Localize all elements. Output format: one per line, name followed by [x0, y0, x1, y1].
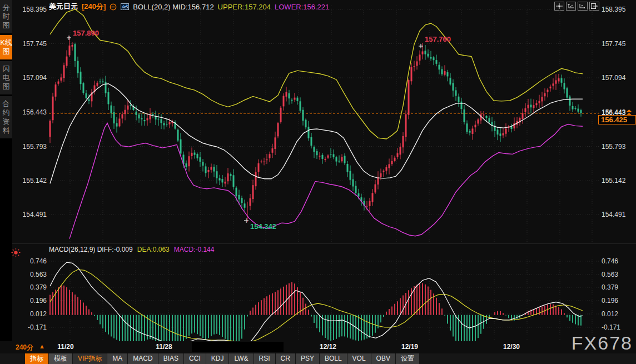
candle-body	[83, 83, 85, 93]
toolbar-item-MA[interactable]: MA	[107, 353, 127, 364]
candle-body	[283, 96, 285, 106]
panel-divider	[12, 243, 636, 244]
current-price-box: 156.425	[598, 115, 636, 124]
candle-body	[138, 114, 140, 118]
toolbar-item-MACD[interactable]: MACD	[128, 353, 157, 364]
candle-body	[369, 201, 371, 206]
candle-body	[130, 105, 132, 106]
trading-terminal: 分时图K线图闪电图合约资料 美元日元 [240分] BOLL(20,2) MID…	[0, 0, 636, 364]
candle-body	[386, 167, 387, 171]
candle-body	[105, 82, 107, 93]
candle-body	[539, 101, 540, 103]
candle-body	[316, 151, 318, 155]
toolbar-item-指标[interactable]: 指标	[25, 353, 48, 364]
toolbar-item-OBV[interactable]: OBV	[371, 353, 395, 364]
candle-body	[405, 114, 407, 137]
candle-body	[408, 80, 410, 115]
candle-body	[77, 61, 79, 73]
candle-body	[211, 167, 212, 169]
boll-lower-line	[69, 123, 583, 239]
price-label-right: 157.745	[602, 40, 630, 48]
candle-body	[222, 179, 223, 182]
candle-body	[377, 177, 379, 185]
candle-body	[380, 173, 382, 177]
toolbar-item-RSI[interactable]: RSI	[254, 353, 275, 364]
candle-body	[302, 110, 304, 121]
candle-body	[122, 114, 123, 119]
toolbar-item-KDJ[interactable]: KDJ	[206, 353, 229, 364]
candle-body	[497, 129, 499, 134]
candle-body	[569, 97, 571, 106]
candle-body	[86, 93, 87, 98]
candle-body	[300, 101, 301, 111]
up-triangle-icon[interactable]: ▲	[39, 343, 45, 350]
candle-body	[400, 147, 401, 154]
candle-body	[453, 83, 454, 91]
candle-body	[186, 163, 187, 167]
alarm-dot-icon[interactable]	[11, 248, 21, 260]
candle-body	[88, 99, 90, 101]
candle-body	[344, 156, 346, 163]
candle-body	[550, 87, 551, 88]
toolbar-item-LW&[interactable]: LW&	[229, 353, 253, 364]
candle-body	[244, 203, 246, 208]
candle-body	[280, 108, 282, 122]
candle-body	[347, 164, 349, 172]
candle-body	[261, 162, 262, 162]
macd-label-left: 0.379	[21, 283, 47, 291]
toolbar-item-CR[interactable]: CR	[276, 353, 295, 364]
candle-body	[358, 193, 360, 197]
toolbar-item-VOL[interactable]: VOL	[347, 353, 371, 364]
toolbar-item-PSY[interactable]: PSY	[296, 353, 319, 364]
toolbar-item-BOLL[interactable]: BOLL	[320, 353, 347, 364]
candle-body	[528, 105, 529, 108]
candle-body	[289, 93, 290, 98]
redaction-box	[192, 342, 284, 352]
price-label-left: 157.094	[21, 74, 47, 82]
candle-body	[536, 103, 538, 105]
candle-body	[163, 123, 165, 125]
candle-body	[414, 66, 415, 67]
macd-label-left: 0.746	[21, 257, 47, 265]
macd-label-right: -0.171	[602, 323, 630, 331]
toolbar-item-BIAS[interactable]: BIAS	[158, 353, 183, 364]
period-selector[interactable]: 240分	[16, 343, 33, 352]
price-label-left: 154.491	[21, 211, 47, 218]
toolbar-item-VIP指标[interactable]: VIP指标	[73, 353, 107, 364]
candle-body	[119, 118, 121, 126]
price-label-left: 158.395	[21, 6, 47, 13]
candle-body	[444, 71, 446, 75]
macd-grid	[49, 257, 599, 340]
candle-body	[61, 77, 62, 81]
toolbar-item-模板[interactable]: 模板	[49, 353, 72, 364]
candle-body	[483, 114, 485, 115]
candle-body	[269, 154, 271, 158]
toolbar-item-CCI[interactable]: CCI	[184, 353, 206, 364]
candle-body	[141, 118, 143, 119]
candle-body	[525, 108, 526, 112]
candle-body	[252, 185, 254, 199]
candle-body	[197, 154, 198, 158]
price-annotation-1: 157.760	[425, 35, 451, 43]
macd-label-right: 0.746	[602, 257, 630, 265]
candle-body	[352, 179, 354, 187]
candle-body	[341, 157, 343, 161]
candle-body	[297, 98, 299, 101]
candle-body	[327, 156, 329, 158]
macd-dea-label: DEA:0.063	[137, 246, 170, 253]
candle-body	[486, 116, 488, 118]
candle-body	[558, 78, 560, 81]
candle-body	[397, 153, 399, 157]
candle-body	[464, 109, 465, 122]
candle-body	[383, 171, 385, 172]
price-label-left: 155.142	[21, 177, 47, 185]
date-label: 11/28	[156, 343, 172, 351]
candle-body	[108, 92, 110, 104]
candle-body	[394, 158, 396, 161]
boll-upper-line	[50, 9, 583, 139]
dea-line	[50, 270, 583, 342]
candle-body	[478, 119, 479, 123]
candle-body	[530, 104, 532, 107]
candle-body	[216, 171, 218, 178]
toolbar-item-设置[interactable]: 设置	[396, 353, 419, 364]
